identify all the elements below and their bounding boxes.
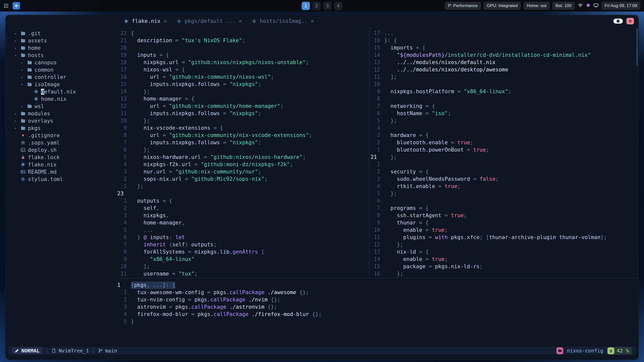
code-line[interactable]: 9 "x86_64-linux": [116, 256, 369, 263]
code-line[interactable]: 9 nixpkgs.hostPlatform = "x86_64-linux";: [370, 88, 638, 95]
window-close-button[interactable]: ×: [626, 18, 634, 24]
code-line[interactable]: 13 ../../modules/nixos/default.nix: [370, 59, 638, 66]
code-line[interactable]: 6 } @ inputs: let: [116, 234, 369, 241]
code-line[interactable]: 1: [370, 161, 638, 168]
tree-item-common[interactable]: ▸common: [6, 66, 116, 73]
close-icon[interactable]: ×: [239, 18, 242, 24]
code-line[interactable]: 10 ];: [116, 263, 369, 270]
code-line[interactable]: 21 description = "tux's NixOS Flake";: [116, 37, 369, 44]
code-line[interactable]: 12 };: [370, 241, 638, 248]
chevron-right-icon[interactable]: ▸: [19, 60, 26, 65]
wifi-icon[interactable]: [578, 3, 583, 9]
code-line[interactable]: 15 imports = [: [370, 44, 638, 52]
tree-item-flake.lock[interactable]: flake.lock: [6, 154, 116, 161]
tree-item-stylua.toml[interactable]: stylua.toml: [6, 175, 116, 183]
launcher-logo-icon[interactable]: [13, 2, 20, 10]
chevron-down-icon[interactable]: ▾: [12, 53, 19, 58]
code-line[interactable]: 2 security = {: [370, 168, 638, 175]
chevron-right-icon[interactable]: ▸: [12, 111, 19, 116]
workspace-2[interactable]: 2: [312, 2, 321, 10]
code-line[interactable]: 13 nix-ld = {: [370, 248, 638, 256]
code-line[interactable]: 20: [116, 44, 369, 52]
code-line[interactable]: 1 };: [116, 183, 369, 190]
code-line[interactable]: 7 inherit (self) outputs;: [116, 241, 369, 248]
code-line[interactable]: 11 username = "tux";: [116, 270, 369, 278]
tree-item-controller[interactable]: ▸controller: [6, 73, 116, 81]
editor-pane-pkgs[interactable]: 1{pkgs, ...}: {1 tux-awesome-wm-config =…: [116, 279, 638, 347]
code-line[interactable]: 8 ssh.startAgent = true;: [370, 212, 638, 219]
chevron-down-icon[interactable]: ▾: [19, 82, 26, 87]
code-line[interactable]: 1 tux-awesome-wm-config = pkgs.callPacka…: [116, 289, 638, 296]
tree-item-hosts[interactable]: ▾hosts: [6, 52, 116, 59]
editor-pane-iso[interactable]: 17...16}: {15 imports = [14 "${modulesPa…: [370, 27, 638, 278]
tree-item-default.nix[interactable]: default.nix: [6, 88, 116, 95]
tree-item-readme.md[interactable]: README.md: [6, 168, 116, 175]
code-line[interactable]: 2 bluetooth.enable = true;: [370, 139, 638, 146]
chevron-right-icon[interactable]: ▸: [12, 126, 19, 130]
code-line[interactable]: 6 };: [116, 146, 369, 154]
code-line[interactable]: 3 hardware = {: [370, 132, 638, 139]
code-line[interactable]: 2 self,: [116, 205, 369, 212]
code-line[interactable]: 3 astronvim = pkgs.callPackage ./astronv…: [116, 303, 638, 311]
code-line[interactable]: 16}: {: [370, 37, 638, 44]
code-line[interactable]: 2 tux-nvim-config = pkgs.callPackage ./n…: [116, 296, 638, 303]
code-line[interactable]: 10 };: [116, 117, 369, 124]
tree-item-home[interactable]: ▸home: [6, 44, 116, 52]
close-icon[interactable]: ×: [164, 18, 167, 24]
code-line[interactable]: 11 ];: [370, 73, 638, 81]
code-line[interactable]: 14 "${modulesPath}/installer/cd-dvd/inst…: [370, 52, 638, 59]
scrollbar[interactable]: [636, 28, 638, 66]
tree-item-wsl[interactable]: ▸wsl: [6, 103, 116, 110]
code-line[interactable]: 7 programs = {: [370, 205, 638, 212]
code-line[interactable]: 12 url = "github:nix-community/home-mana…: [116, 103, 369, 110]
color-indicator-icon[interactable]: [586, 3, 590, 8]
tab-pkgs-default-...[interactable]: pkgs/default ...×: [173, 17, 246, 25]
code-line[interactable]: 3 nur.url = "github:nix-community/nur";: [116, 168, 369, 175]
tree-item-modules[interactable]: ▸modules: [6, 110, 116, 117]
code-line[interactable]: 10 enable = true;: [370, 227, 638, 234]
code-line[interactable]: 16 url = "github:nix-community/nixos-wsl…: [116, 73, 369, 81]
tab-hosts-isoimag..[interactable]: hosts/isoImag..×: [248, 17, 318, 25]
code-line[interactable]: 4 rtkit.enable = true;: [370, 183, 638, 190]
tree-item-overlays[interactable]: ▸overlays: [6, 117, 116, 124]
chevron-right-icon[interactable]: ▸: [12, 46, 19, 50]
editor-pane-flake[interactable]: 22{21 description = "tux's NixOS Flake";…: [116, 27, 369, 278]
code-line[interactable]: 6 hostName = "iso";: [370, 110, 638, 117]
tree-item-canopus[interactable]: ▸canopus: [6, 59, 116, 66]
code-line[interactable]: 8: [370, 95, 638, 103]
code-line[interactable]: 17...: [370, 30, 638, 37]
code-line[interactable]: 9 thunar = {: [370, 219, 638, 227]
code-line[interactable]: 15 package = pkgs.nix-ld-rs;: [370, 263, 638, 270]
code-line[interactable]: 7 networking = {: [370, 103, 638, 110]
code-line[interactable]: 12 ../../modules/nixos/desktop/awesome: [370, 66, 638, 73]
code-line[interactable]: 9 nix-vscode-extensions = {: [116, 124, 369, 132]
workspace-1[interactable]: 1: [302, 2, 310, 10]
code-line[interactable]: 16 };: [370, 270, 638, 278]
code-line[interactable]: 4 firefox-mod-blur = pkgs.callPackage ./…: [116, 311, 638, 318]
close-icon[interactable]: ×: [311, 18, 314, 24]
chevron-right-icon[interactable]: ▸: [19, 75, 26, 79]
code-line[interactable]: 1{pkgs, ...}: {: [116, 282, 638, 289]
display-icon[interactable]: [593, 3, 598, 9]
code-line[interactable]: 14 };: [116, 88, 369, 95]
code-line[interactable]: 6: [370, 197, 638, 205]
chevron-right-icon[interactable]: ▸: [19, 68, 26, 72]
tree-item-.sops.yaml[interactable]: .sops.yaml: [6, 139, 116, 146]
chevron-right-icon[interactable]: ▸: [19, 104, 26, 109]
code-line[interactable]: 22{: [116, 30, 369, 37]
code-line[interactable]: 5 };: [370, 117, 638, 124]
code-line[interactable]: 3 sudo.wheelNeedsPassword = false;: [370, 175, 638, 183]
tree-item-home.nix[interactable]: home.nix: [6, 95, 116, 103]
chevron-right-icon[interactable]: ▸: [12, 31, 19, 36]
tree-item-.git[interactable]: ▸.git: [6, 30, 116, 37]
chevron-right-icon[interactable]: ▸: [12, 119, 19, 123]
tree-item-pkgs[interactable]: ▸pkgs: [6, 124, 116, 132]
code-line[interactable]: 11 plugins = with pkgs.xfce; [thunar-arc…: [370, 234, 638, 241]
code-line[interactable]: 15 inputs.nixpkgs.follows = "nixpkgs";: [116, 81, 369, 88]
code-line[interactable]: 4 nixpkgs-f2k.url = "github:moni-dz/nixp…: [116, 161, 369, 168]
code-line[interactable]: 1 outputs = {: [116, 197, 369, 205]
tree-item-isoimage[interactable]: ▾isoImage: [6, 81, 116, 88]
code-line[interactable]: 5 ...: [116, 227, 369, 234]
workspace-3[interactable]: 3: [323, 2, 332, 10]
code-line[interactable]: 14 enable = true;: [370, 256, 638, 263]
